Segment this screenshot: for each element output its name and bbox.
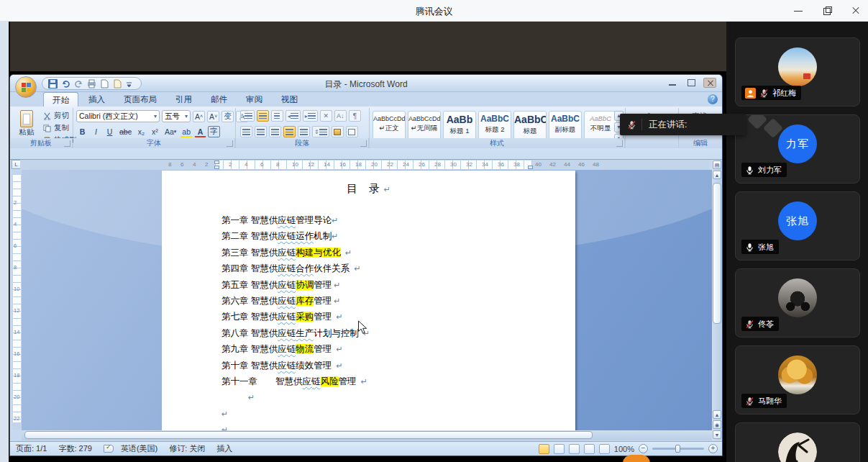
clipboard-group-label[interactable]: 剪贴板 [10,138,73,148]
font-name-combo[interactable]: Calibri (西文正文)▾ [76,110,160,122]
participant-tile[interactable]: 力军刘力军 [735,114,860,184]
tab-1[interactable]: 插入 [80,92,114,107]
align-center-button[interactable] [255,126,267,137]
zoom-slider[interactable] [652,448,704,450]
word-count[interactable]: 字数: 279 [58,443,91,454]
document-page[interactable]: 目 录↵ 第一章 智慧供应链管理导论↵第二章 智慧供应链运作机制↵第三章 智慧供… [162,171,575,430]
show-marks-button[interactable]: ¶ [349,110,361,122]
previous-page-icon[interactable]: ▲ [713,410,721,419]
grow-font-button[interactable]: A˄ [193,111,205,122]
ruby-guide-button[interactable]: 变 [221,111,234,122]
participant-tile[interactable] [735,422,860,462]
right-indent-marker[interactable] [528,166,533,169]
strikethrough-button[interactable]: abc [117,126,134,137]
office-button[interactable] [15,76,37,98]
copy-button[interactable]: 复制 [43,123,77,133]
outline-view-button[interactable] [584,444,595,454]
change-case-button[interactable]: Aa▾ [163,126,178,137]
word-minimize-icon[interactable] [666,78,679,88]
hanging-indent-marker[interactable] [214,166,219,169]
enclose-characters-button[interactable]: 字 [208,126,220,137]
font-group-label[interactable]: 字体 [73,138,235,148]
zoom-level[interactable]: 100% [614,445,634,453]
italic-button[interactable]: I [90,126,102,137]
language-indicator[interactable]: 英语(美国) [121,443,157,454]
numbering-button[interactable] [257,110,269,122]
restore-icon[interactable] [822,6,832,16]
spellcheck-icon[interactable] [104,445,114,453]
tab-6[interactable]: 视图 [273,92,306,107]
styles-group-label[interactable]: 样式 [370,138,625,148]
line-spacing-button[interactable]: ⇕ [312,126,329,137]
help-icon[interactable]: ? [708,94,718,104]
floating-bubble[interactable] [623,455,650,462]
participant-tile[interactable]: 佟苓 [735,268,860,338]
font-color-button[interactable]: A [194,126,206,137]
increase-indent-button[interactable]: ▸ [303,110,318,122]
hscrollbar-thumb[interactable] [24,431,593,439]
align-left-button[interactable] [240,126,252,137]
dialog-launcher-icon[interactable] [227,140,233,147]
dialog-launcher-icon[interactable] [616,140,623,147]
print-layout-view-button[interactable] [539,444,549,454]
asian-layout-button[interactable]: ✕ [320,110,332,122]
next-page-icon[interactable]: ▼ [713,430,721,439]
font-size-combo[interactable]: 五号▾ [162,110,191,122]
zoom-slider-thumb[interactable] [675,445,680,453]
paste-button[interactable]: 粘贴 [14,110,40,137]
subscript-button[interactable]: x₂ [135,126,147,137]
borders-button[interactable] [346,126,358,137]
zoom-in-button[interactable]: + [708,444,718,453]
tab-5[interactable]: 审阅 [237,92,271,107]
word-close-icon[interactable] [703,78,716,88]
tab-home[interactable]: 开始 [43,92,78,107]
decrease-indent-button[interactable]: ◂ [285,110,301,122]
first-line-indent-marker[interactable] [214,160,219,164]
shading-button[interactable] [332,126,344,137]
minimize-icon[interactable] [793,6,803,16]
dialog-launcher-icon[interactable] [360,140,367,147]
sort-button[interactable]: A↓ [334,110,347,122]
cut-button[interactable]: 剪切 [43,111,77,121]
superscript-button[interactable]: x² [149,126,161,137]
insert-mode-indicator[interactable]: 插入 [216,443,232,454]
horizontal-scrollbar[interactable] [22,430,712,440]
underline-button[interactable]: U [104,126,116,137]
distribute-button[interactable] [298,126,310,137]
multilevel-list-button[interactable] [271,110,283,122]
scrollbar-thumb[interactable] [713,183,721,324]
paragraph-group-label[interactable]: 段落 [236,138,369,148]
scroll-up-icon[interactable]: ▲ [713,171,721,179]
tab-2[interactable]: 页面布局 [115,92,165,107]
align-right-button[interactable] [269,126,281,137]
participant-tile[interactable]: 祁红梅 [735,37,860,107]
page-indicator[interactable]: 页面: 1/1 [16,443,47,454]
bullets-button[interactable]: • [240,110,255,122]
save-icon[interactable] [48,79,58,89]
justify-button[interactable] [283,126,296,137]
undo-icon[interactable] [61,79,70,89]
select-browse-object-icon[interactable]: ◉ [713,420,721,429]
tab-3[interactable]: 引用 [167,92,201,107]
track-changes-indicator[interactable]: 修订: 关闭 [169,443,205,454]
qat-dropdown-icon[interactable] [126,79,135,89]
participant-tile[interactable]: 张旭张旭 [735,191,860,261]
text-highlight-button[interactable]: ab [180,126,193,137]
dialog-launcher-icon[interactable] [64,140,70,147]
draft-view-button[interactable] [599,444,610,454]
participant-tile[interactable]: 马翾华 [735,345,860,415]
web-layout-view-button[interactable] [569,444,580,454]
redo-icon[interactable] [74,79,83,89]
close-icon[interactable] [851,6,861,16]
fullscreen-view-button[interactable] [554,444,565,454]
shrink-font-button[interactable]: A˅ [207,111,219,122]
tab-4[interactable]: 邮件 [202,92,236,107]
word-restore-icon[interactable] [685,78,698,88]
ruler-toggle-button[interactable]: ▤ [713,160,721,169]
new-document-icon[interactable] [100,79,109,89]
zoom-out-button[interactable]: − [639,444,648,453]
vertical-scrollbar[interactable]: ▤ ▲ ▲ ◉ ▼ [712,160,722,440]
bold-button[interactable]: B [76,126,88,137]
print-icon[interactable] [87,79,96,89]
open-icon[interactable] [113,79,122,89]
